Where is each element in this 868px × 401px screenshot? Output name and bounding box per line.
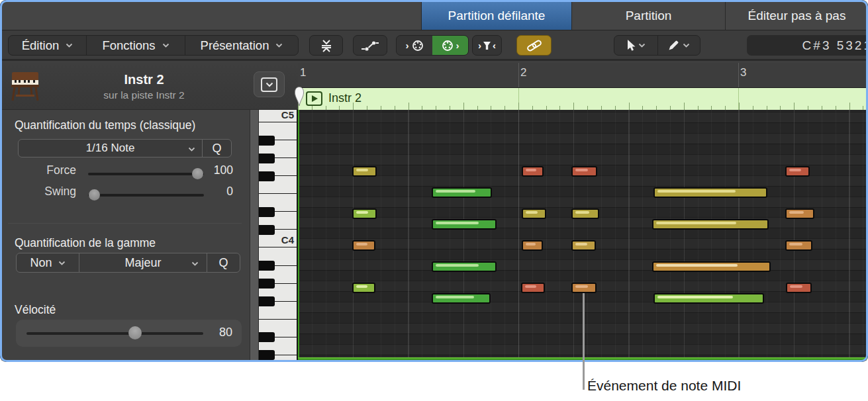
collapse-icon xyxy=(318,39,334,52)
link-button[interactable] xyxy=(516,35,552,56)
piano-key-black[interactable] xyxy=(259,207,275,217)
logic-piano-roll-window: Partition défilante Partition Éditeur pa… xyxy=(0,0,868,362)
strip-ticks xyxy=(298,102,868,110)
time-quantize-dropdown[interactable]: 1/16 Note xyxy=(19,140,202,157)
editor-tabs: Partition défilante Partition Éditeur pa… xyxy=(421,2,868,30)
piano-roll-inspector: Quantification du temps (classique) 1/16… xyxy=(0,110,250,361)
velocity-slider[interactable] xyxy=(26,332,203,335)
midi-note-event-callout-target[interactable] xyxy=(571,283,597,293)
playhead-marker[interactable] xyxy=(294,86,305,107)
menu-label: Présentation xyxy=(201,38,269,53)
velocity-slider-thumb[interactable] xyxy=(128,326,142,339)
midi-note-event[interactable] xyxy=(571,208,599,219)
scale-quantize-row: Non Majeur Q xyxy=(16,253,240,273)
midi-note-event[interactable] xyxy=(785,166,810,177)
time-quantize-label: Quantification du temps (classique) xyxy=(15,118,195,132)
force-slider[interactable] xyxy=(88,173,204,175)
midi-note-event[interactable] xyxy=(352,283,375,293)
piano-key-black[interactable] xyxy=(259,154,275,163)
midi-note-event[interactable] xyxy=(432,219,497,230)
tab-partition[interactable]: Partition xyxy=(571,2,725,30)
swing-slider[interactable] xyxy=(88,194,204,197)
tab-partition-defilante[interactable]: Partition défilante xyxy=(421,2,571,30)
callout-label: Événement de note MIDI xyxy=(587,378,741,394)
midi-note-event[interactable] xyxy=(521,283,545,293)
instrument-piano-icon xyxy=(8,70,42,102)
tab-editeur-pas-a-pas[interactable]: Éditeur pas à pas xyxy=(725,2,868,30)
octave-label: C5 xyxy=(281,109,294,120)
piano-key-black[interactable] xyxy=(259,296,275,306)
midi-note-event[interactable] xyxy=(786,283,812,293)
note-filter-button[interactable]: › ‹ xyxy=(472,35,502,56)
midi-note-event[interactable] xyxy=(785,240,812,251)
region-left-border xyxy=(298,110,299,359)
midi-note-event[interactable] xyxy=(522,240,543,251)
piano-roll-toolbar: Édition Fonctions Présentation › › xyxy=(0,30,868,61)
midi-note-event[interactable] xyxy=(652,219,769,230)
piano-key-black[interactable] xyxy=(259,136,275,146)
scale-quantize-label: Quantification de la gamme xyxy=(15,236,156,250)
piano-key-white[interactable]: C5 xyxy=(259,110,297,122)
time-quantize-row: 1/16 Note Q xyxy=(18,139,232,157)
force-value: 100 xyxy=(199,163,233,177)
play-triangle-icon xyxy=(312,95,318,102)
region-header-strip[interactable]: Instr 2 xyxy=(298,88,868,110)
chevron-down-icon xyxy=(265,82,273,87)
midi-note-event[interactable] xyxy=(352,240,375,251)
edition-menu-button[interactable]: Édition xyxy=(9,36,86,55)
piano-key-black[interactable] xyxy=(259,261,275,271)
screenshot-root: Partition défilante Partition Éditeur pa… xyxy=(0,0,868,401)
swing-slider-thumb[interactable] xyxy=(89,189,100,200)
midi-note-event[interactable] xyxy=(432,261,497,272)
midi-note-event[interactable] xyxy=(522,166,544,177)
midi-note-event[interactable] xyxy=(522,208,546,219)
measure-number: 1 xyxy=(300,66,306,79)
tab-label: Partition xyxy=(626,9,672,23)
midi-note-event[interactable] xyxy=(571,240,596,251)
piano-key-black[interactable] xyxy=(259,225,275,235)
piano-key-black[interactable] xyxy=(259,171,275,181)
scale-root-value: Non xyxy=(30,256,52,270)
scale-root-dropdown[interactable]: Non xyxy=(17,253,79,272)
scale-type-dropdown[interactable]: Majeur xyxy=(79,253,207,272)
midi-draw-button[interactable] xyxy=(353,35,387,56)
bar-ruler[interactable]: 1 2 3 xyxy=(298,63,868,88)
velocity-slider-box: 80 xyxy=(16,320,242,347)
scale-quantize-apply-button[interactable]: Q xyxy=(207,253,240,272)
piano-key-black[interactable] xyxy=(259,350,275,360)
grid-measure-line xyxy=(518,110,519,361)
inspector-disclosure-button[interactable] xyxy=(254,71,285,97)
piano-key-black[interactable] xyxy=(259,279,275,289)
midi-note-event[interactable] xyxy=(432,293,491,304)
midi-io-buttons: › › xyxy=(396,35,469,56)
filter-left-arrow: › xyxy=(478,40,481,51)
menu-group: Édition Fonctions Présentation xyxy=(8,35,299,56)
instrument-title-block: Instr 2 sur la piste Instr 2 xyxy=(46,72,242,101)
pointer-tool-icon xyxy=(626,39,636,52)
midi-note-event[interactable] xyxy=(571,166,597,177)
midi-note-event[interactable] xyxy=(652,261,771,272)
instrument-track-subtitle: sur la piste Instr 2 xyxy=(46,89,242,101)
midi-note-event[interactable] xyxy=(653,187,767,198)
menu-label: Fonctions xyxy=(102,38,155,53)
piano-key-black[interactable] xyxy=(259,332,275,342)
tab-label: Éditeur pas à pas xyxy=(748,9,846,23)
link-icon xyxy=(526,40,543,52)
time-quantize-value: 1/16 Note xyxy=(86,142,135,155)
pointer-tool-button[interactable] xyxy=(614,36,657,55)
chevron-down-icon xyxy=(638,43,646,48)
fonctions-menu-button[interactable]: Fonctions xyxy=(86,36,185,55)
time-quantize-apply-button[interactable]: Q xyxy=(202,140,231,157)
presentation-menu-button[interactable]: Présentation xyxy=(185,36,298,55)
chevron-down-icon xyxy=(683,43,690,48)
midi-note-event[interactable] xyxy=(352,208,377,219)
pencil-tool-icon xyxy=(667,39,680,52)
midi-note-event[interactable] xyxy=(432,187,492,198)
pencil-tool-button[interactable] xyxy=(657,36,700,55)
midi-note-event[interactable] xyxy=(352,166,377,177)
collapse-mode-button[interactable] xyxy=(309,35,343,56)
midi-out-button[interactable]: › xyxy=(432,36,468,55)
midi-in-button[interactable]: › xyxy=(397,36,432,55)
midi-note-event[interactable] xyxy=(653,293,764,304)
midi-note-event[interactable] xyxy=(785,208,814,219)
